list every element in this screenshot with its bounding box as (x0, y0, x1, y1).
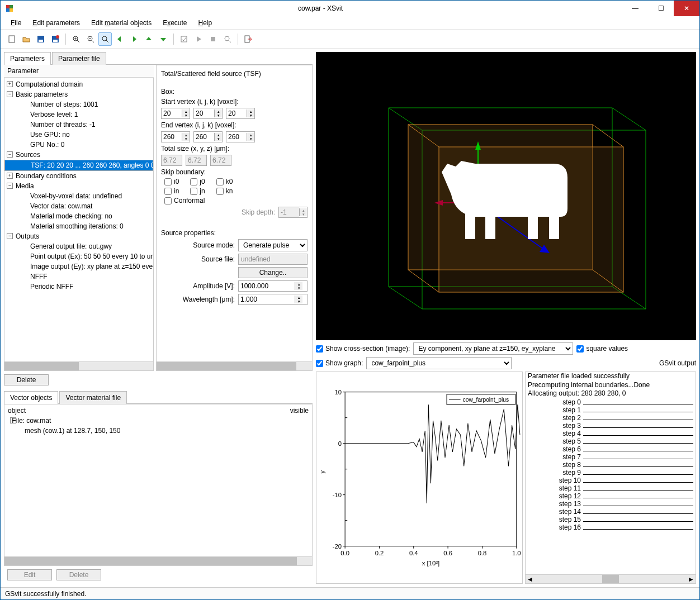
change-button[interactable]: Change.. (238, 267, 308, 278)
nav-down-icon[interactable] (157, 32, 170, 46)
end-i-input[interactable]: ▴▾ (161, 131, 190, 142)
svg-line-27 (389, 287, 422, 309)
save-as-icon[interactable] (49, 32, 62, 46)
svg-point-21 (225, 36, 229, 41)
svg-point-17 (102, 36, 107, 41)
titlebar: cow.par - XSvit — ☐ ✕ (1, 1, 699, 16)
skip-kn-checkbox[interactable]: kn (216, 187, 233, 195)
graph-select[interactable]: cow_farpoint_plus (366, 357, 512, 369)
svg-rect-2 (6, 8, 10, 12)
menubar: File Edit parameters Edit material objec… (1, 16, 699, 30)
menu-help[interactable]: Help (193, 18, 218, 28)
svg-text:0: 0 (338, 440, 342, 447)
delete-button[interactable]: Delete (4, 374, 49, 385)
end-j-input[interactable]: ▴▾ (193, 131, 223, 142)
graph-ylabel: y (319, 470, 325, 474)
nav-up-icon[interactable] (142, 32, 155, 46)
output-title: GSvit output (659, 359, 696, 367)
wavelength-input[interactable]: ▴▾ (238, 294, 308, 305)
check-icon[interactable] (177, 32, 191, 46)
menu-edit-material-objects[interactable]: Edit material objects (86, 18, 157, 28)
delete-object-button[interactable]: Delete (56, 569, 101, 580)
open-icon[interactable] (20, 32, 33, 46)
tab-vector-material-file[interactable]: Vector material file (59, 391, 127, 404)
viewport-3d[interactable] (316, 52, 696, 340)
tree-hscroll[interactable] (4, 361, 153, 370)
start-k-input[interactable]: ▴▾ (226, 108, 255, 119)
svg-rect-20 (211, 37, 215, 41)
skip-j0-checkbox[interactable]: j0 (190, 178, 205, 185)
show-cross-section-checkbox[interactable]: Show cross-section (image): (316, 345, 410, 353)
close-button[interactable]: ✕ (674, 1, 699, 16)
tree-header: Parameter (4, 65, 154, 78)
svg-line-22 (229, 40, 231, 42)
svg-line-31 (593, 125, 623, 147)
source-mode-select[interactable]: Generate pulse (238, 239, 308, 251)
menu-file[interactable]: File (5, 18, 27, 28)
menu-execute[interactable]: Execute (157, 18, 192, 28)
svg-text:0.6: 0.6 (443, 550, 452, 556)
svg-rect-4 (9, 36, 15, 42)
zoom-in-icon[interactable] (69, 32, 83, 46)
svg-text:0.4: 0.4 (409, 550, 418, 556)
amplitude-input[interactable]: ▴▾ (238, 280, 308, 292)
tab-parameter-file[interactable]: Parameter file (52, 52, 106, 65)
exit-icon[interactable] (242, 32, 255, 46)
svg-rect-1 (10, 5, 13, 8)
svg-text:1.0: 1.0 (512, 550, 521, 556)
app-icon (5, 4, 14, 13)
svg-text:0.8: 0.8 (478, 550, 487, 556)
zoom-fit-icon[interactable] (98, 32, 112, 46)
svg-text:0.2: 0.2 (375, 550, 384, 556)
tab-vector-objects[interactable]: Vector objects (4, 391, 58, 404)
menu-edit-parameters[interactable]: Edit parameters (27, 18, 86, 28)
skip-i0-checkbox[interactable]: i0 (164, 178, 179, 185)
start-i-input[interactable]: ▴▾ (161, 108, 190, 119)
svg-rect-0 (6, 5, 10, 8)
parameter-tree[interactable]: +Computational domain −Basic parameters … (4, 78, 153, 361)
total-z-display (210, 155, 231, 166)
square-values-checkbox[interactable]: square values (576, 345, 628, 353)
cross-section-select[interactable]: Ey component, xy plane at z=150, ey_xypl… (413, 342, 573, 355)
save-icon[interactable] (34, 32, 48, 46)
detail-hscroll[interactable] (157, 361, 312, 370)
tree-item-tsf[interactable]: TSF: 20 20 20 ... 260 260 260, angles 0 … (4, 160, 153, 171)
source-file-display (238, 254, 308, 265)
total-y-display (186, 155, 207, 166)
nav-left-icon[interactable] (113, 32, 126, 46)
minimize-button[interactable]: — (622, 1, 648, 16)
graph-xlabel: x [10³] (422, 560, 439, 566)
graph-legend: cow_farpoint_plus (463, 397, 509, 403)
nav-right-icon[interactable] (127, 32, 141, 46)
stop-icon[interactable] (206, 32, 220, 46)
show-graph-checkbox[interactable]: Show graph: (316, 359, 363, 367)
detail-title: Total/Scattered field source (TSF) (161, 70, 308, 78)
detail-panel: Total/Scattered field source (TSF) Box: … (156, 65, 313, 371)
skip-k0-checkbox[interactable]: k0 (216, 178, 233, 185)
svg-text:10: 10 (334, 389, 342, 396)
edit-object-button[interactable]: Edit (7, 569, 52, 580)
new-icon[interactable] (5, 32, 18, 46)
svg-rect-8 (53, 40, 58, 42)
graph-panel: 10 0 -10 -20 0.00.20.4 0.60.81.0 (316, 372, 523, 584)
play-icon[interactable] (192, 32, 205, 46)
statusbar: GSvit successfully finished. (1, 587, 699, 599)
skip-jn-checkbox[interactable]: jn (190, 187, 205, 195)
zoom-out-icon[interactable] (84, 32, 97, 46)
search-icon[interactable] (221, 32, 234, 46)
maximize-button[interactable]: ☐ (648, 1, 674, 16)
start-j-input[interactable]: ▴▾ (193, 108, 223, 119)
conformal-checkbox[interactable]: Conformal (164, 197, 205, 204)
svg-line-18 (106, 40, 108, 42)
output-hscroll[interactable]: ◄► (526, 574, 696, 583)
vector-objects-tree[interactable]: − File: cow.mat mesh (cow.1) at 128.7, 1… (4, 415, 312, 556)
svg-line-15 (92, 40, 94, 42)
svg-text:-10: -10 (333, 492, 342, 498)
toolbar (1, 30, 699, 49)
tab-parameters[interactable]: Parameters (4, 52, 51, 65)
end-k-input[interactable]: ▴▾ (226, 131, 255, 142)
svg-line-11 (77, 40, 79, 42)
skip-in-checkbox[interactable]: in (164, 187, 179, 195)
svg-line-25 (612, 108, 646, 130)
obj-hscroll[interactable] (4, 556, 312, 565)
